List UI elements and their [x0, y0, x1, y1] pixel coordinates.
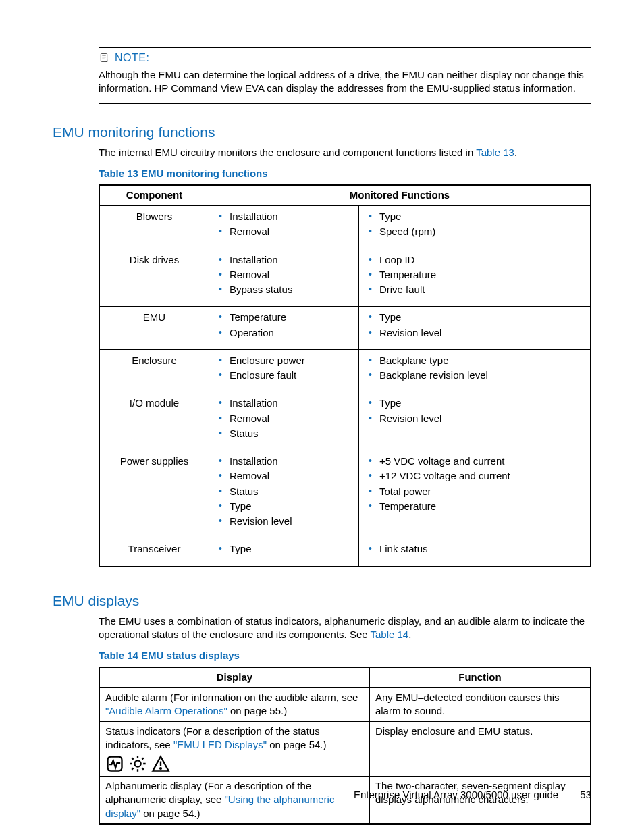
list-item: Speed (rpm): [379, 225, 585, 238]
list-item: Status: [230, 485, 353, 498]
table-14-caption: Table 14 EMU status displays: [99, 649, 591, 662]
svg-point-2: [134, 760, 140, 766]
monitored-cell: Backplane typeBackplane revision level: [358, 349, 591, 392]
section2-intro-pre: The EMU uses a combination of status ind…: [99, 615, 585, 640]
table-row: Audible alarm (For information on the au…: [99, 687, 591, 721]
list-item: Type: [379, 210, 585, 224]
display-cell: Audible alarm (For information on the au…: [99, 687, 369, 721]
list-item: Backplane type: [379, 354, 585, 367]
list-item: Revision level: [379, 326, 585, 340]
link-table-13[interactable]: Table 13: [476, 147, 514, 158]
svg-point-4: [160, 768, 161, 769]
warning-icon: [151, 754, 170, 773]
section1-intro: The internal EMU circuitry monitors the …: [99, 146, 591, 159]
list-item: Removal: [230, 225, 353, 238]
list-item: Revision level: [379, 412, 585, 425]
component-cell: Transceiver: [99, 538, 209, 567]
list-item: Removal: [230, 469, 353, 483]
component-cell: I/O module: [99, 392, 209, 450]
list-item: Removal: [230, 412, 353, 425]
list-item: Installation: [230, 210, 353, 224]
monitored-cell: TemperatureOperation: [209, 307, 359, 350]
function-cell: Any EMU–detected condition causes this a…: [369, 687, 591, 721]
note-icon: [99, 53, 109, 63]
list-item: Installation: [230, 253, 353, 267]
display-cell: Alphanumeric display (For a description …: [99, 777, 369, 824]
table-row: Status indicators (For a description of …: [99, 721, 591, 777]
list-item: Type: [379, 396, 585, 410]
sun-icon: [128, 754, 147, 773]
list-item: Installation: [230, 396, 353, 410]
list-item: Loop ID: [379, 253, 585, 267]
monitored-cell: TypeSpeed (rpm): [358, 205, 591, 249]
table-row: I/O moduleInstallationRemovalStatusTypeR…: [99, 392, 591, 450]
display-cell: Status indicators (For a description of …: [99, 721, 369, 777]
component-cell: EMU: [99, 307, 209, 350]
component-cell: Power supplies: [99, 450, 209, 538]
list-item: Drive fault: [379, 283, 585, 296]
list-item: Type: [230, 500, 353, 513]
list-item: +5 VDC voltage and current: [379, 454, 585, 468]
list-item: Backplane revision level: [379, 369, 585, 382]
function-cell: Display enclosure and EMU status.: [369, 721, 591, 777]
note-block: NOTE: Although the EMU can determine the…: [99, 47, 591, 104]
note-text: Although the EMU can determine the logic…: [99, 68, 591, 96]
section-heading-monitoring: EMU monitoring functions: [53, 123, 591, 142]
table-13-caption: Table 13 EMU monitoring functions: [99, 167, 591, 180]
svg-rect-0: [101, 53, 107, 61]
cross-ref-link[interactable]: "EMU LED Displays": [173, 739, 267, 750]
list-item: Revision level: [230, 515, 353, 528]
list-item: Removal: [230, 268, 353, 282]
section2-intro-post: .: [408, 629, 411, 640]
list-item: Status: [230, 427, 353, 440]
monitored-cell: InstallationRemovalStatus: [209, 392, 359, 450]
section1-intro-post: .: [514, 147, 517, 158]
cross-ref-link[interactable]: "Audible Alarm Operations": [105, 705, 227, 716]
heartbeat-icon: [105, 754, 124, 773]
t14-head-function: Function: [369, 667, 591, 687]
section-heading-displays: EMU displays: [53, 592, 591, 610]
list-item: +12 VDC voltage and current: [379, 469, 585, 483]
section1-intro-pre: The internal EMU circuitry monitors the …: [99, 147, 476, 158]
section2-intro: The EMU uses a combination of status ind…: [99, 615, 591, 642]
note-label: NOTE:: [115, 51, 149, 66]
monitored-cell: TypeRevision level: [358, 307, 591, 350]
t14-head-display: Display: [99, 667, 369, 687]
monitored-cell: InstallationRemovalStatusTypeRevision le…: [209, 450, 359, 538]
link-table-14[interactable]: Table 14: [370, 629, 408, 640]
monitored-cell: Link status: [358, 538, 591, 567]
monitored-cell: Loop IDTemperatureDrive fault: [358, 249, 591, 307]
list-item: Total power: [379, 485, 585, 498]
list-item: Installation: [230, 454, 353, 468]
list-item: Type: [379, 311, 585, 324]
list-item: Link status: [379, 542, 585, 556]
table-row: Power suppliesInstallationRemovalStatusT…: [99, 450, 591, 538]
list-item: Operation: [230, 326, 353, 340]
page-footer: Enterprise Virtual Array 3000/5000 user …: [354, 788, 591, 802]
monitored-cell: +5 VDC voltage and current+12 VDC voltag…: [358, 450, 591, 538]
component-cell: Disk drives: [99, 249, 209, 307]
footer-title: Enterprise Virtual Array 3000/5000 user …: [354, 789, 558, 800]
list-item: Temperature: [230, 311, 353, 324]
monitored-cell: Enclosure powerEnclosure fault: [209, 349, 359, 392]
t13-head-monitored: Monitored Functions: [209, 185, 591, 205]
list-item: Temperature: [379, 268, 585, 282]
list-item: Enclosure power: [230, 354, 353, 367]
table-row: EnclosureEnclosure powerEnclosure faultB…: [99, 349, 591, 392]
monitored-cell: Type: [209, 538, 359, 567]
table-row: TransceiverTypeLink status: [99, 538, 591, 567]
list-item: Enclosure fault: [230, 369, 353, 382]
table-row: EMUTemperatureOperationTypeRevision leve…: [99, 307, 591, 350]
footer-page-number: 53: [580, 789, 591, 800]
component-cell: Enclosure: [99, 349, 209, 392]
monitored-cell: TypeRevision level: [358, 392, 591, 450]
component-cell: Blowers: [99, 205, 209, 249]
list-item: Bypass status: [230, 283, 353, 296]
table-row: BlowersInstallationRemovalTypeSpeed (rpm…: [99, 205, 591, 249]
table-13: Component Monitored Functions BlowersIns…: [99, 184, 591, 567]
monitored-cell: InstallationRemovalBypass status: [209, 249, 359, 307]
t13-head-component: Component: [99, 185, 209, 205]
table-row: Disk drivesInstallationRemovalBypass sta…: [99, 249, 591, 307]
list-item: Temperature: [379, 500, 585, 513]
monitored-cell: InstallationRemoval: [209, 205, 359, 249]
